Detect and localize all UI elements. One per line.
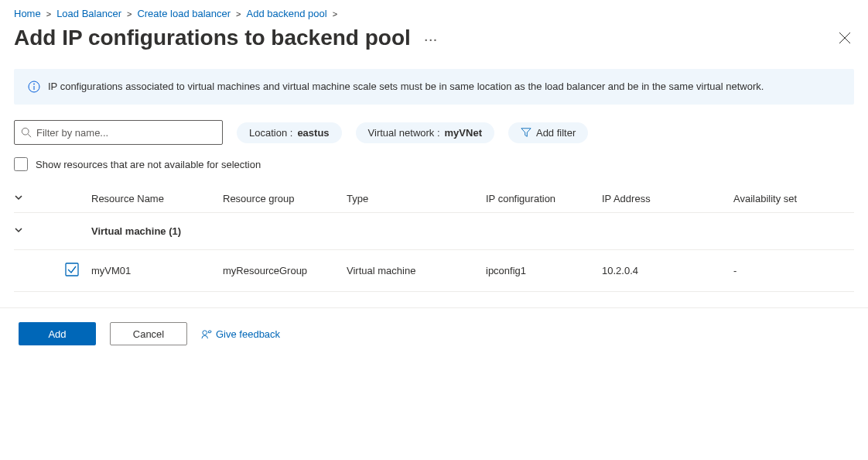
cell-resource-group: myResourceGroup [223, 265, 347, 276]
chevron-down-icon[interactable] [14, 193, 23, 202]
show-unavailable-checkbox[interactable] [14, 157, 28, 171]
info-icon [28, 81, 40, 93]
grid-header: Resource Name Resource group Type IP con… [14, 185, 854, 213]
col-resource-name[interactable]: Resource Name [91, 193, 223, 204]
cell-ip-config: ipconfig1 [486, 265, 602, 276]
breadcrumb-add-backend-pool[interactable]: Add backend pool [247, 8, 327, 19]
col-ip-address[interactable]: IP Address [602, 193, 733, 204]
cell-type: Virtual machine [347, 265, 486, 276]
filter-location[interactable]: Location : eastus [237, 122, 342, 143]
footer: Add Cancel Give feedback [0, 307, 868, 359]
feedback-icon [201, 328, 213, 340]
col-avail-set[interactable]: Availability set [733, 193, 854, 204]
add-filter-label: Add filter [536, 127, 576, 139]
add-button[interactable]: Add [19, 322, 96, 345]
filter-vnet-label: Virtual network : [368, 127, 440, 139]
chevron-right-icon: > [333, 9, 337, 19]
add-filter-button[interactable]: Add filter [508, 122, 588, 143]
chevron-right-icon: > [236, 9, 241, 19]
close-icon[interactable] [839, 32, 851, 44]
breadcrumb-create-load-balancer[interactable]: Create load balancer [137, 8, 231, 19]
page-title: Add IP configurations to backend pool ··… [14, 26, 439, 50]
info-banner: IP configurations associated to virtual … [14, 69, 854, 105]
chevron-right-icon: > [127, 9, 132, 19]
table-row[interactable]: myVM01 myResourceGroup Virtual machine i… [14, 250, 854, 292]
search-input-wrapper[interactable] [14, 120, 223, 145]
give-feedback-link[interactable]: Give feedback [201, 328, 280, 340]
filter-location-value: eastus [297, 127, 329, 139]
svg-line-4 [28, 134, 31, 137]
show-unavailable-label: Show resources that are not available fo… [36, 159, 261, 170]
chevron-right-icon: > [46, 9, 51, 19]
cell-resource-name: myVM01 [91, 265, 223, 276]
filters-row: Location : eastus Virtual network : myVN… [14, 120, 854, 145]
cell-avail-set: - [733, 265, 854, 276]
search-input[interactable] [36, 127, 216, 139]
resource-grid: Resource Name Resource group Type IP con… [14, 185, 854, 292]
cancel-button[interactable]: Cancel [110, 322, 187, 345]
more-icon[interactable]: ··· [425, 29, 439, 46]
breadcrumb-home[interactable]: Home [14, 8, 41, 19]
info-text: IP configurations associated to virtual … [48, 80, 764, 94]
col-type[interactable]: Type [347, 193, 486, 204]
breadcrumb: Home > Load Balancer > Create load balan… [14, 6, 854, 26]
filter-vnet-value: myVNet [445, 127, 482, 139]
filter-location-label: Location : [249, 127, 292, 139]
group-row[interactable]: Virtual machine (1) [14, 213, 854, 250]
cell-ip-address: 10.2.0.4 [602, 265, 733, 276]
chevron-down-icon[interactable] [14, 225, 23, 235]
svg-point-2 [34, 84, 35, 84]
col-ip-config[interactable]: IP configuration [486, 193, 602, 204]
feedback-label: Give feedback [216, 328, 280, 340]
filter-vnet[interactable]: Virtual network : myVNet [356, 122, 494, 143]
svg-point-6 [203, 331, 207, 335]
breadcrumb-load-balancer[interactable]: Load Balancer [56, 8, 121, 19]
col-resource-group[interactable]: Resource group [223, 193, 347, 204]
svg-rect-5 [66, 263, 78, 276]
title-text: Add IP configurations to backend pool [14, 26, 411, 50]
search-icon [21, 127, 32, 138]
group-label: Virtual machine (1) [91, 225, 854, 237]
checkbox-checked-icon[interactable] [65, 263, 79, 276]
show-unavailable-checkbox-row[interactable]: Show resources that are not available fo… [14, 157, 854, 171]
svg-point-3 [22, 129, 29, 136]
filter-icon [521, 127, 531, 138]
